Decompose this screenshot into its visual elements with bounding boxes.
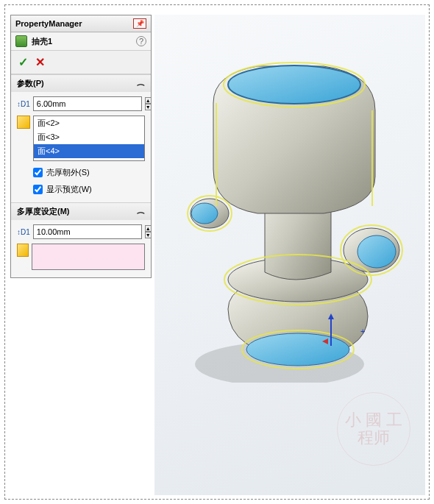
svg-point-3 <box>228 65 360 104</box>
pin-icon[interactable]: 📌 <box>133 18 146 29</box>
multi-thickness-input[interactable] <box>33 224 142 239</box>
confirm-row: ✓ ✕ <box>11 51 151 74</box>
list-item[interactable]: 面<3> <box>34 130 144 144</box>
params-section: 参数(P) ︽ ↕D1 ▲▼ 面<2> 面<3> 面<4> 壳厚朝外(S) <box>11 74 151 202</box>
pm-title: PropertyManager <box>15 19 82 28</box>
svg-text:+: + <box>360 327 365 336</box>
multi-thickness-section: 多厚度设定(M) ︽ ↕D1 ▲▼ <box>11 202 151 277</box>
model-viewport[interactable]: + 小 國 工程师 <box>154 15 425 495</box>
dimension-icon: ↕D1 <box>17 98 30 110</box>
svg-point-7 <box>357 235 396 268</box>
multi-faces-icon <box>17 244 29 257</box>
thickness-spinner[interactable]: ▲▼ <box>145 97 152 110</box>
feature-row: 抽壳1 ? <box>11 32 151 51</box>
chevron-up-icon: ︽ <box>137 208 145 215</box>
list-item[interactable]: 面<4> <box>34 144 144 158</box>
shell-outward-checkbox[interactable]: 壳厚朝外(S) <box>33 167 145 178</box>
shell-feature-icon <box>15 35 27 47</box>
cancel-button[interactable]: ✕ <box>35 55 45 69</box>
faces-listbox[interactable]: 面<2> 面<3> 面<4> <box>33 116 145 161</box>
faces-icon <box>17 116 30 129</box>
watermark: 小 國 工程师 <box>337 392 410 466</box>
list-item[interactable]: 面<2> <box>34 116 144 130</box>
svg-point-5 <box>191 203 218 224</box>
svg-point-2 <box>246 333 349 366</box>
property-manager-panel: PropertyManager 📌 抽壳1 ? ✓ ✕ 参数(P) ︽ ↕D1 … <box>10 15 152 278</box>
multi-header[interactable]: 多厚度设定(M) ︽ <box>11 203 151 220</box>
help-icon[interactable]: ? <box>136 36 146 46</box>
thickness-input[interactable] <box>33 96 142 111</box>
model-preview: + <box>184 59 412 383</box>
chevron-up-icon: ︽ <box>137 80 145 87</box>
multi-faces-listbox[interactable] <box>32 244 145 270</box>
ok-button[interactable]: ✓ <box>18 55 28 69</box>
dimension-icon: ↕D1 <box>17 226 30 238</box>
pm-header: PropertyManager 📌 <box>11 15 151 32</box>
feature-name: 抽壳1 <box>32 36 52 47</box>
multi-thickness-spinner[interactable]: ▲▼ <box>145 225 152 238</box>
params-header[interactable]: 参数(P) ︽ <box>11 75 151 92</box>
show-preview-checkbox[interactable]: 显示预览(W) <box>33 184 145 195</box>
